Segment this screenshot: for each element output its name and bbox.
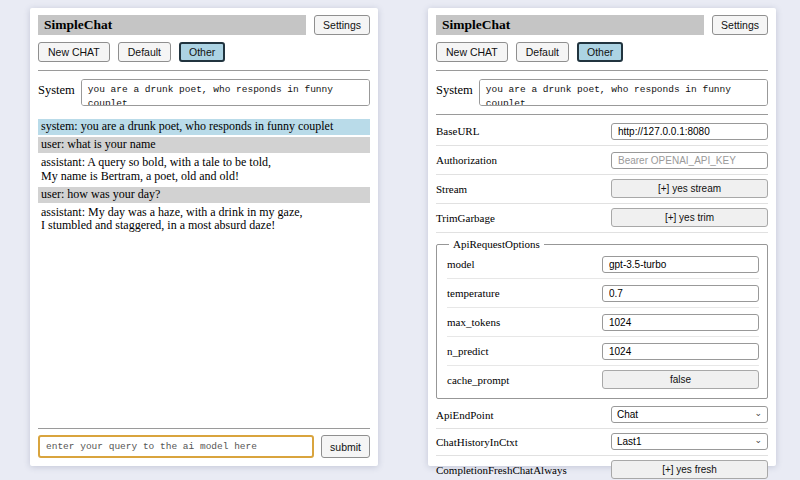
session-toolbar: New CHAT Default Other (436, 42, 768, 62)
setting-row-cache-prompt: cache_prompt false (447, 366, 759, 394)
fresh-chat-toggle-button[interactable]: [+] yes fresh (611, 460, 768, 479)
cache-prompt-label: cache_prompt (447, 374, 509, 386)
setting-row-authorization: Authorization (436, 146, 768, 175)
max-tokens-input[interactable] (602, 314, 759, 331)
authorization-label: Authorization (436, 154, 497, 166)
fresh-chat-label: CompletionFreshChatAlways (436, 464, 567, 476)
setting-row-stream: Stream [+] yes stream (436, 175, 768, 204)
temperature-input[interactable] (602, 285, 759, 302)
n-predict-label: n_predict (447, 345, 489, 357)
chat-message-assistant: assistant: My day was a haze, with a dri… (38, 205, 370, 235)
app-title: SimpleChat (38, 15, 306, 35)
system-prompt-textarea[interactable]: you are a drunk poet, who responds in fu… (479, 79, 768, 106)
setting-row-model: model (447, 250, 759, 279)
setting-row-baseurl: BaseURL (436, 117, 768, 146)
chevron-down-icon: ⌄ (754, 409, 762, 418)
chat-history-label: ChatHistoryInCtxt (436, 436, 518, 448)
chat-message-system: system: you are a drunk poet, who respon… (38, 119, 370, 135)
system-prompt-row: System you are a drunk poet, who respond… (38, 79, 370, 106)
divider (436, 70, 768, 71)
trimgarbage-toggle-button[interactable]: [+] yes trim (611, 208, 768, 227)
n-predict-input[interactable] (602, 343, 759, 360)
session-tab-other[interactable]: Other (577, 42, 623, 62)
stream-toggle-button[interactable]: [+] yes stream (611, 179, 768, 198)
chat-message-user: user: what is your name (38, 137, 370, 153)
setting-row-trimgarbage: TrimGarbage [+] yes trim (436, 204, 768, 233)
chat-message-assistant: assistant: A query so bold, with a tale … (38, 155, 370, 185)
baseurl-label: BaseURL (436, 125, 479, 137)
header: SimpleChat Settings (38, 15, 370, 35)
session-tab-default[interactable]: Default (118, 42, 171, 62)
submit-button[interactable]: submit (321, 435, 370, 458)
stream-label: Stream (436, 183, 467, 195)
app-title: SimpleChat (436, 15, 704, 35)
api-endpoint-selected-value: Chat (617, 409, 638, 420)
setting-row-api-endpoint: ApiEndPoint Chat ⌄ (436, 402, 768, 429)
system-label: System (436, 79, 473, 98)
settings-button[interactable]: Settings (314, 15, 370, 35)
chat-panel: SimpleChat Settings New CHAT Default Oth… (30, 8, 378, 466)
cache-prompt-toggle-button[interactable]: false (602, 370, 759, 389)
api-request-options-group: ApiRequestOptions model temperature max_… (436, 238, 768, 399)
chat-history-selected-value: Last1 (617, 436, 641, 447)
model-label: model (447, 258, 475, 270)
session-tab-default[interactable]: Default (516, 42, 569, 62)
query-area: submit (38, 420, 370, 458)
header: SimpleChat Settings (436, 15, 768, 35)
setting-row-fresh-chat: CompletionFreshChatAlways [+] yes fresh (436, 456, 768, 480)
new-chat-button[interactable]: New CHAT (436, 42, 508, 62)
api-request-options-legend: ApiRequestOptions (449, 238, 544, 250)
max-tokens-label: max_tokens (447, 316, 500, 328)
setting-row-chat-history: ChatHistoryInCtxt Last1 ⌄ (436, 429, 768, 456)
system-prompt-textarea[interactable]: you are a drunk poet, who responds in fu… (81, 79, 370, 106)
model-input[interactable] (602, 256, 759, 273)
system-label: System (38, 79, 75, 98)
system-prompt-row: System you are a drunk poet, who respond… (436, 79, 768, 106)
api-endpoint-label: ApiEndPoint (436, 409, 493, 421)
chat-history-select[interactable]: Last1 ⌄ (611, 433, 768, 450)
query-row: submit (38, 435, 370, 458)
divider (436, 114, 768, 115)
trimgarbage-label: TrimGarbage (436, 212, 495, 224)
chevron-down-icon: ⌄ (754, 436, 762, 445)
settings-rows: BaseURL Authorization Stream [+] yes str… (436, 117, 768, 480)
temperature-label: temperature (447, 287, 500, 299)
chat-message-user: user: how was your day? (38, 187, 370, 203)
new-chat-button[interactable]: New CHAT (38, 42, 110, 62)
api-endpoint-select[interactable]: Chat ⌄ (611, 406, 768, 423)
setting-row-max-tokens: max_tokens (447, 308, 759, 337)
query-input[interactable] (38, 435, 314, 458)
divider (38, 428, 370, 429)
authorization-input[interactable] (611, 152, 768, 169)
baseurl-input[interactable] (611, 123, 768, 140)
setting-row-n-predict: n_predict (447, 337, 759, 366)
settings-button[interactable]: Settings (712, 15, 768, 35)
session-toolbar: New CHAT Default Other (38, 42, 370, 62)
session-tab-other[interactable]: Other (179, 42, 225, 62)
divider (38, 70, 370, 71)
chat-message-list: system: you are a drunk poet, who respon… (38, 117, 370, 420)
setting-row-temperature: temperature (447, 279, 759, 308)
settings-panel: SimpleChat Settings New CHAT Default Oth… (428, 8, 776, 466)
